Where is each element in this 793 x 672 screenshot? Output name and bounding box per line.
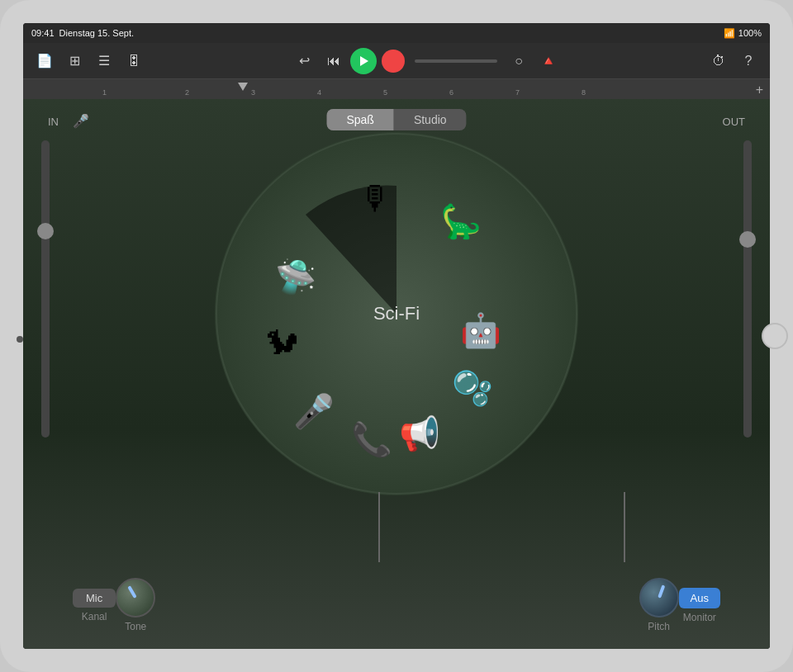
connector-line-right (624, 492, 625, 562)
rewind-button[interactable]: ⏮ (322, 50, 345, 73)
wheel-svg (215, 132, 578, 495)
equalizer-icon[interactable]: 🎛 (122, 50, 145, 73)
pitch-knob[interactable] (639, 578, 679, 618)
pitch-label: Pitch (648, 621, 670, 632)
voice-bubbles[interactable]: 🫧 (452, 369, 493, 408)
ruler-mark-2: 2 (185, 88, 189, 97)
voice-robot[interactable]: 🤖 (460, 311, 501, 350)
mic-control-group: Mic Kanal (73, 589, 116, 622)
timeline-ruler: 1 2 3 4 5 6 7 8 + (23, 79, 770, 99)
mode-spass-button[interactable]: Spaß (326, 109, 393, 130)
voice-megaphone[interactable]: 📢 (399, 414, 440, 453)
help-button[interactable]: ? (737, 50, 760, 73)
undo-button[interactable]: ↩ (292, 50, 316, 73)
tone-label: Tone (125, 621, 146, 632)
out-label: OUT (723, 116, 745, 128)
camera-dot (17, 336, 23, 343)
mode-toggle[interactable]: Spaß Studio (326, 109, 466, 130)
input-slider-handle[interactable] (37, 223, 54, 239)
toolbar: 📄 ⊞ ☰ 🎛 ↩ ⏮ ○ 🔺 ⏱ ? (23, 43, 770, 79)
connector-line-left (378, 492, 380, 562)
ruler-mark-3: 3 (251, 88, 255, 97)
monitor-control-group: Aus Monitor (679, 588, 720, 623)
ipad-screen: 09:41 Dienstag 15. Sept. 📶 100% 📄 ⊞ ☰ 🎛 … (23, 23, 770, 649)
ipad-frame: 09:41 Dienstag 15. Sept. 📶 100% 📄 ⊞ ☰ 🎛 … (0, 0, 793, 672)
output-slider-handle[interactable] (739, 231, 756, 248)
status-left: 09:41 Dienstag 15. Sept. (31, 28, 134, 38)
record-button[interactable] (382, 50, 405, 73)
battery-text: 100% (738, 28, 762, 38)
voice-mic-stand[interactable]: 🎤 (293, 392, 335, 431)
tone-control-group: Tone (116, 578, 155, 632)
input-slider[interactable] (41, 140, 50, 438)
tone-knob[interactable] (116, 578, 155, 618)
kanal-label: Kanal (82, 611, 107, 622)
mixer-icon[interactable]: ☰ (93, 50, 116, 73)
clock-icon[interactable]: ⏱ (707, 50, 730, 73)
pitch-control-group: Pitch (639, 578, 679, 632)
transport-group: ⏮ (322, 48, 405, 74)
add-track-button[interactable]: + (756, 83, 763, 97)
tracks-icon[interactable]: ⊞ (63, 50, 86, 73)
voice-wheel[interactable]: 🛸 🎙 🦕 🐿 🤖 🎤 📞 📢 🫧 (215, 132, 578, 495)
playhead (238, 83, 248, 91)
ruler-mark-7: 7 (515, 88, 520, 97)
play-button[interactable] (350, 48, 377, 74)
circle-indicator: ○ (507, 50, 530, 73)
voice-telephone[interactable]: 📞 (351, 420, 392, 459)
voice-wheel-container: 🛸 🎙 🦕 🐿 🤖 🎤 📞 📢 🫧 (215, 132, 578, 495)
ruler-mark-6: 6 (449, 88, 453, 97)
status-bar: 09:41 Dienstag 15. Sept. 📶 100% (23, 23, 770, 43)
date: Dienstag 15. Sept. (59, 28, 135, 38)
output-slider[interactable] (743, 140, 752, 438)
in-label: IN (48, 116, 59, 128)
voice-microphone[interactable]: 🎙 (359, 180, 392, 217)
voice-monster[interactable]: 🦕 (440, 202, 482, 241)
main-area: IN 🎤 OUT Spaß Studio (23, 99, 770, 649)
input-mic-icon: 🎤 (73, 113, 89, 129)
ruler-mark-1: 1 (102, 88, 107, 97)
voice-ufo[interactable]: 🛸 (275, 258, 316, 296)
status-right: 📶 100% (724, 28, 762, 39)
monitor-label: Monitor (683, 612, 716, 623)
bottom-controls: Mic Kanal Tone Pitch Aus Monitor (23, 578, 770, 632)
metronome-icon[interactable]: 🔺 (537, 50, 560, 73)
document-icon[interactable]: 📄 (33, 50, 56, 73)
wifi-icon: 📶 (724, 28, 735, 39)
progress-bar (415, 59, 497, 63)
home-button[interactable] (762, 323, 788, 349)
mic-button[interactable]: Mic (73, 589, 116, 608)
ruler-mark-4: 4 (317, 88, 321, 97)
mode-studio-button[interactable]: Studio (394, 109, 467, 130)
ruler-mark-8: 8 (582, 88, 586, 97)
time: 09:41 (31, 28, 55, 38)
monitor-button[interactable]: Aus (679, 588, 720, 608)
ruler-mark-5: 5 (383, 88, 387, 97)
voice-squirrel[interactable]: 🐿 (266, 324, 299, 362)
